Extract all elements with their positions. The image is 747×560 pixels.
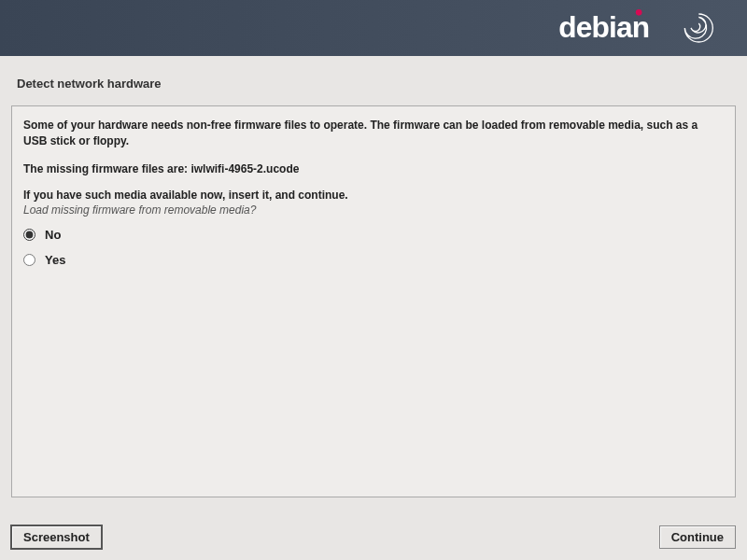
missing-label: The missing firmware files are:: [23, 162, 190, 175]
radio-option-no[interactable]: No: [23, 228, 724, 242]
header-banner: debian: [0, 0, 747, 56]
debian-logo: debian: [551, 5, 738, 51]
radio-no-label: No: [45, 228, 61, 242]
insert-text: If you have such media available now, in…: [23, 189, 724, 202]
radio-yes-input[interactable]: [23, 254, 35, 266]
radio-no-input[interactable]: [23, 229, 35, 241]
info-text: Some of your hardware needs non-free fir…: [23, 118, 724, 149]
button-bar: Screenshot Continue: [11, 525, 736, 549]
missing-files-value: iwlwifi-4965-2.ucode: [190, 162, 299, 175]
radio-yes-label: Yes: [45, 253, 65, 267]
page-title: Detect network hardware: [0, 56, 747, 105]
svg-point-1: [636, 9, 642, 16]
screenshot-button[interactable]: Screenshot: [11, 525, 102, 549]
content-panel: Some of your hardware needs non-free fir…: [11, 105, 736, 497]
continue-button[interactable]: Continue: [659, 525, 736, 549]
missing-files-text: The missing firmware files are: iwlwifi-…: [23, 162, 724, 175]
radio-option-yes[interactable]: Yes: [23, 253, 724, 267]
question-text: Load missing firmware from removable med…: [23, 203, 724, 217]
svg-text:debian: debian: [558, 10, 649, 44]
